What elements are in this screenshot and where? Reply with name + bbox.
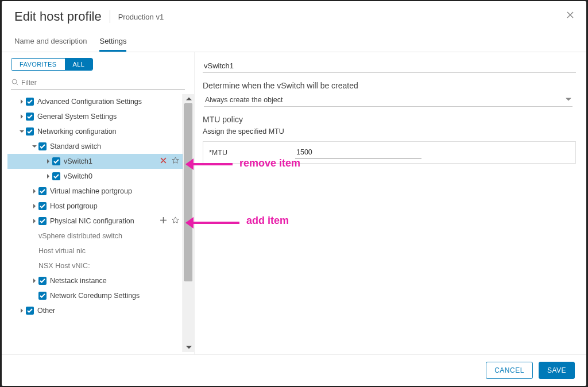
filter-favorites[interactable]: FAVORITES	[11, 59, 65, 70]
tree-item-advanced-config[interactable]: Advanced Configuration Settings	[7, 94, 183, 109]
svg-point-0	[12, 79, 17, 84]
chevron-right-icon[interactable]	[18, 114, 26, 119]
object-name-field[interactable]: vSwitch1	[203, 59, 576, 73]
title-divider	[110, 10, 110, 23]
tab-settings[interactable]: Settings	[99, 33, 126, 52]
checkbox-checked-icon[interactable]	[26, 98, 34, 106]
tree-item-networking[interactable]: Networking configuration	[7, 124, 183, 139]
chevron-right-icon[interactable]	[18, 99, 26, 104]
checkbox-checked-icon[interactable]	[38, 187, 47, 195]
tree-item-netstack[interactable]: Netstack instance	[7, 273, 183, 288]
checkbox-checked-icon[interactable]	[38, 292, 47, 300]
chevron-right-icon[interactable]	[30, 204, 38, 208]
mtu-input[interactable]	[295, 146, 421, 158]
tree-item-general-system[interactable]: General System Settings	[7, 109, 183, 124]
tree-item-label: Host portgroup	[50, 202, 183, 210]
chevron-down-icon[interactable]	[30, 144, 38, 149]
tree-item-host-vnic[interactable]: Host virtual nic	[7, 243, 183, 258]
determine-heading: Determine when the vSwitch will be creat…	[203, 81, 576, 90]
chevron-right-icon[interactable]	[44, 174, 52, 179]
scroll-up-icon[interactable]	[183, 94, 194, 103]
chevron-right-icon[interactable]	[30, 219, 38, 223]
mtu-label: *MTU	[209, 149, 295, 157]
scroll-thumb[interactable]	[184, 103, 192, 281]
tab-name-description[interactable]: Name and description	[14, 33, 87, 52]
tree-item-host-portgroup[interactable]: Host portgroup	[7, 199, 183, 214]
tree-item-label: Netstack instance	[50, 277, 183, 285]
mtu-heading: MTU policy	[203, 115, 576, 124]
create-policy-select[interactable]: Always create the object	[204, 94, 572, 107]
tree-item-coredump[interactable]: Network Coredump Settings	[7, 288, 183, 303]
remove-item-icon[interactable]	[160, 157, 167, 166]
tree-item-label: Physical NIC configuration	[50, 217, 160, 225]
chevron-right-icon[interactable]	[44, 159, 52, 164]
checkbox-checked-icon[interactable]	[38, 217, 47, 225]
chevron-down-icon	[566, 96, 571, 104]
filter-all[interactable]: ALL	[65, 59, 93, 70]
tree-item-vswitch0[interactable]: vSwitch0	[7, 169, 183, 184]
tree-scrollbar[interactable]	[183, 94, 194, 352]
tree-item-label: Network Coredump Settings	[50, 292, 183, 300]
tree-item-physical-nic[interactable]: Physical NIC configuration	[7, 214, 183, 229]
chevron-right-icon[interactable]	[30, 189, 38, 194]
checkbox-checked-icon[interactable]	[26, 127, 34, 136]
checkbox-checked-icon[interactable]	[52, 157, 60, 165]
checkbox-checked-icon[interactable]	[38, 277, 47, 285]
close-icon[interactable]	[566, 10, 575, 20]
mtu-subheading: Assign the specified MTU	[203, 127, 576, 136]
chevron-right-icon[interactable]	[30, 278, 38, 283]
tree-item-label: General System Settings	[37, 113, 183, 121]
tree-item-nsx-vnic[interactable]: NSX Host vNIC:	[7, 258, 183, 273]
tree-item-label: NSX Host vNIC:	[38, 262, 183, 270]
tree-item-label: Host virtual nic	[38, 247, 183, 255]
cancel-button[interactable]: CANCEL	[486, 362, 533, 379]
tree-item-label: vSphere distributed switch	[38, 232, 183, 240]
star-outline-icon[interactable]	[172, 157, 179, 166]
filter-input[interactable]	[21, 76, 185, 89]
tree-item-other[interactable]: Other	[7, 303, 183, 318]
tree-item-label: vSwitch0	[64, 172, 183, 180]
tree-item-standard-switch[interactable]: Standard switch	[7, 139, 183, 154]
checkbox-checked-icon[interactable]	[26, 113, 34, 121]
tree-item-label: Other	[37, 307, 183, 315]
tree-item-vm-portgroup[interactable]: Virtual machine portgroup	[7, 184, 183, 199]
settings-tree[interactable]: Advanced Configuration Settings General …	[7, 94, 183, 352]
tree-item-label: Advanced Configuration Settings	[37, 98, 183, 106]
chevron-down-icon[interactable]	[18, 129, 26, 134]
tree-item-label: Networking configuration	[37, 127, 183, 136]
checkbox-checked-icon[interactable]	[26, 307, 34, 315]
tree-item-label: Standard switch	[50, 142, 183, 150]
search-icon	[11, 78, 21, 88]
tree-item-label: Virtual machine portgroup	[50, 187, 183, 195]
checkbox-checked-icon[interactable]	[38, 142, 47, 150]
checkbox-checked-icon[interactable]	[52, 172, 60, 180]
profile-name: Production v1	[118, 13, 164, 21]
chevron-right-icon[interactable]	[18, 308, 26, 313]
checkbox-checked-icon[interactable]	[38, 202, 47, 210]
save-button[interactable]: SAVE	[539, 362, 575, 379]
tree-item-label: vSwitch1	[64, 157, 160, 165]
create-policy-value: Always create the object	[205, 96, 283, 104]
dialog-title: Edit host profile	[14, 9, 102, 24]
star-outline-icon[interactable]	[172, 216, 179, 226]
add-item-icon[interactable]	[160, 216, 167, 226]
scroll-down-icon[interactable]	[183, 343, 194, 352]
tree-item-vswitch1[interactable]: vSwitch1	[7, 154, 183, 169]
tree-item-vds[interactable]: vSphere distributed switch	[7, 229, 183, 243]
